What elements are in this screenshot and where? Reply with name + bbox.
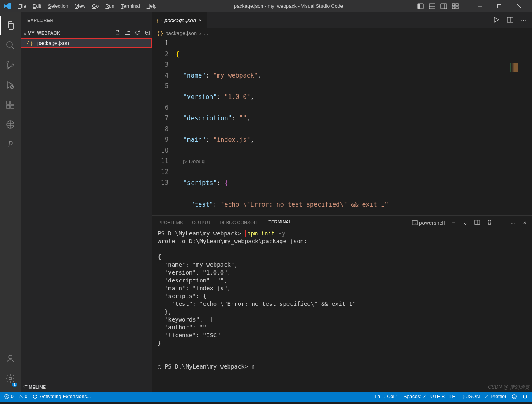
panel-tabs: PROBLEMS OUTPUT DEBUG CONSOLE TERMINAL p…	[152, 216, 532, 230]
status-feedback-icon[interactable]	[511, 394, 517, 399]
activity-explorer[interactable]	[0, 16, 21, 35]
breadcrumb[interactable]: { } package.json › ...	[152, 28, 532, 38]
activity-source-control[interactable]	[0, 55, 21, 75]
status-errors[interactable]: ⓧ 0	[4, 393, 14, 400]
activity-accounts[interactable]	[0, 349, 21, 369]
svg-point-18	[7, 67, 9, 69]
close-panel-icon[interactable]: ×	[523, 220, 526, 226]
chevron-down-icon: ⌄	[23, 31, 27, 36]
panel-tab-problems[interactable]: PROBLEMS	[158, 220, 183, 225]
svg-point-17	[7, 61, 9, 63]
panel-tab-debug-console[interactable]: DEBUG CONSOLE	[220, 220, 259, 225]
terminal-dropdown-icon[interactable]: ⌄	[463, 220, 468, 226]
close-button[interactable]	[510, 0, 529, 12]
editor-body[interactable]: 1 2 3 4 5 6 7 8 9 10 11 12 13 { "name": …	[152, 38, 532, 215]
svg-rect-21	[7, 101, 10, 104]
terminal-prompt: PS D:\MyLean\my_webpack>	[158, 230, 241, 237]
status-bell-icon[interactable]	[522, 394, 528, 399]
folder-name: MY_WEBPACK	[28, 31, 115, 35]
explorer-title: EXPLORER	[27, 18, 141, 23]
panel-more-icon[interactable]: ⋯	[499, 220, 504, 226]
minimize-button[interactable]	[470, 0, 489, 12]
terminal-output: Wrote to D:\MyLean\my_webpack\package.js…	[158, 238, 356, 346]
status-prettier[interactable]: ✓ Prettier	[485, 394, 506, 399]
layout-panel-icon[interactable]	[429, 3, 435, 9]
explorer-more-icon[interactable]: ⋯	[141, 18, 146, 23]
terminal-shell-label[interactable]: powershell	[412, 220, 445, 226]
menu-terminal[interactable]: Terminal	[118, 3, 143, 9]
status-cursor-position[interactable]: Ln 1, Col 1	[375, 394, 399, 399]
status-eol[interactable]: LF	[449, 394, 455, 399]
folder-section[interactable]: ⌄ MY_WEBPACK	[21, 28, 152, 38]
status-indent[interactable]: Spaces: 2	[404, 394, 426, 399]
svg-rect-23	[11, 105, 14, 108]
svg-rect-5	[441, 4, 447, 9]
svg-rect-3	[429, 4, 435, 9]
svg-point-39	[512, 395, 517, 399]
timeline-section[interactable]: › TIMELINE	[21, 382, 152, 392]
maximize-button[interactable]	[490, 0, 509, 12]
file-label: package.json	[37, 40, 69, 46]
window-controls	[470, 0, 529, 12]
activity-settings[interactable]: 1	[0, 369, 21, 388]
activity-search[interactable]	[0, 35, 21, 55]
status-language[interactable]: { } JSON	[460, 394, 480, 399]
sidebar-header: EXPLORER ⋯	[21, 12, 152, 28]
terminal-command-flag: -y	[275, 230, 285, 237]
menu-go[interactable]: Go	[89, 3, 102, 9]
terminal-body[interactable]: PS D:\MyLean\my_webpack> npm init -y Wro…	[152, 230, 532, 392]
panel-tab-output[interactable]: OUTPUT	[192, 220, 210, 225]
close-tab-icon[interactable]: ×	[199, 17, 202, 23]
run-icon[interactable]	[493, 16, 499, 24]
status-activating[interactable]: Activating Extensions...	[32, 394, 91, 399]
layout-sidebar-left-icon[interactable]	[417, 3, 424, 9]
svg-point-15	[7, 42, 12, 47]
activity-bar: P 1	[0, 12, 21, 392]
more-actions-icon[interactable]: ⋯	[521, 17, 526, 23]
kill-terminal-icon[interactable]	[487, 219, 492, 226]
svg-line-16	[12, 47, 14, 49]
svg-rect-10	[456, 7, 458, 9]
editor-area: { } package.json × ⋯ { } package.json › …	[152, 12, 532, 392]
new-terminal-icon[interactable]: ＋	[451, 219, 456, 226]
terminal-prompt2: PS D:\MyLean\my_webpack>	[165, 363, 248, 370]
vscode-logo	[3, 2, 12, 10]
layout-customize-icon[interactable]	[452, 3, 459, 9]
menu-view[interactable]: View	[71, 3, 89, 9]
layout-sidebar-right-icon[interactable]	[440, 3, 447, 9]
svg-rect-24	[11, 101, 14, 104]
refresh-icon[interactable]	[135, 30, 140, 36]
split-terminal-icon[interactable]	[474, 219, 480, 226]
menu-help[interactable]: Help	[143, 3, 160, 9]
menu-run[interactable]: Run	[102, 3, 118, 9]
status-warnings[interactable]: ⚠ 0	[19, 394, 28, 399]
code-content[interactable]: { "name": "my_webpack", "version": "1.0.…	[176, 38, 532, 215]
new-file-icon[interactable]	[115, 30, 121, 36]
new-folder-icon[interactable]	[125, 30, 130, 36]
collapse-all-icon[interactable]	[144, 30, 150, 36]
svg-rect-12	[498, 5, 501, 8]
menu-selection[interactable]: Selection	[45, 3, 71, 9]
activity-run-debug[interactable]	[0, 75, 21, 95]
svg-rect-7	[452, 4, 455, 6]
svg-point-26	[9, 355, 12, 359]
panel: PROBLEMS OUTPUT DEBUG CONSOLE TERMINAL p…	[152, 215, 532, 392]
activity-p-icon[interactable]: P	[0, 134, 21, 154]
panel-tab-terminal[interactable]: TERMINAL	[268, 219, 291, 226]
json-file-icon: { }	[157, 17, 162, 23]
breadcrumb-file: package.json	[165, 30, 197, 36]
maximize-panel-icon[interactable]: ︿	[511, 219, 516, 226]
debug-codelens[interactable]: ▷ Debug	[183, 158, 205, 164]
tab-package-json[interactable]: { } package.json ×	[152, 12, 207, 28]
svg-rect-36	[412, 220, 417, 225]
status-encoding[interactable]: UTF-8	[430, 394, 445, 399]
menu-file[interactable]: File	[15, 3, 29, 9]
activity-extensions[interactable]	[0, 95, 21, 115]
terminal-cursor: ▯	[252, 363, 255, 370]
activity-remote[interactable]	[0, 115, 21, 134]
svg-rect-2	[418, 4, 420, 9]
settings-badge: 1	[12, 383, 17, 387]
menu-edit[interactable]: Edit	[29, 3, 45, 9]
file-package-json[interactable]: { } package.json	[21, 38, 152, 48]
split-editor-icon[interactable]	[507, 16, 513, 24]
